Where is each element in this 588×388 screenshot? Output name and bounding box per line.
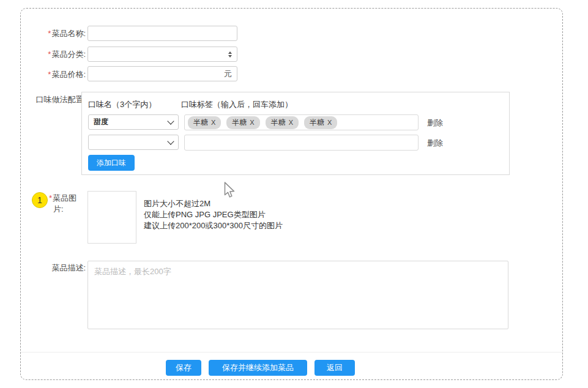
- flavor-config-panel: 口味名（3个字内） 口味标签（输入后，回车添加） 甜度 半糖 X 半糖 X 半糖…: [81, 92, 510, 175]
- flavor-tag[interactable]: 半糖 X: [226, 116, 259, 129]
- add-flavor-button[interactable]: 添加口味: [88, 155, 135, 171]
- required-marker: *: [48, 50, 51, 59]
- hint-line: 仅能上传PNG JPG JPEG类型图片: [144, 209, 283, 220]
- dish-category-label: *菜品分类:: [12, 50, 86, 59]
- back-button[interactable]: 返回: [314, 360, 355, 376]
- image-upload-box[interactable]: [87, 191, 136, 244]
- step-badge: 1: [32, 192, 48, 208]
- sort-arrows-icon: [228, 51, 232, 58]
- flavor-tag[interactable]: 半糖 X: [266, 116, 299, 129]
- dish-description-label: 菜品描述:: [12, 263, 86, 273]
- flavor-tags-input-2[interactable]: [184, 135, 419, 151]
- chevron-down-icon: [167, 138, 174, 144]
- required-marker: *: [49, 193, 52, 203]
- save-button[interactable]: 保存: [166, 360, 201, 376]
- tag-remove-icon[interactable]: X: [211, 119, 215, 126]
- flavor-name-header: 口味名（3个字内）: [88, 99, 156, 110]
- flavor-config-label: 口味做法配置:: [12, 95, 86, 105]
- flavor-tag[interactable]: 半糖 X: [304, 116, 337, 129]
- flavor-name-select-2[interactable]: [88, 135, 179, 150]
- flavor-name-select-1[interactable]: 甜度: [88, 114, 179, 130]
- delete-flavor-link-2[interactable]: 删除: [427, 138, 443, 149]
- footer-divider: [21, 352, 563, 353]
- tag-remove-icon[interactable]: X: [250, 119, 254, 126]
- required-marker: *: [48, 70, 51, 79]
- flavor-tags-input-1[interactable]: 半糖 X 半糖 X 半糖 X 半糖 X: [184, 114, 419, 130]
- hint-line: 建议上传200*200或300*300尺寸的图片: [144, 220, 283, 231]
- flavor-name-value-1: 甜度: [94, 117, 108, 127]
- dish-description-textarea[interactable]: [87, 261, 508, 329]
- hint-line: 图片大小不超过2M: [144, 198, 283, 209]
- dish-price-label: *菜品价格:: [12, 70, 86, 80]
- footer-actions: 保存 保存并继续添加菜品 返回: [166, 360, 355, 376]
- dish-price-input[interactable]: 元: [87, 66, 237, 81]
- tag-remove-icon[interactable]: X: [327, 119, 332, 126]
- dish-category-select[interactable]: [87, 47, 237, 62]
- chevron-down-icon: [167, 118, 174, 124]
- delete-flavor-link-1[interactable]: 删除: [427, 118, 443, 129]
- dish-name-input[interactable]: [87, 26, 237, 41]
- dish-image-label: *菜品图 片:: [49, 193, 89, 215]
- flavor-tag[interactable]: 半糖 X: [188, 116, 221, 129]
- image-upload-hints: 图片大小不超过2M 仅能上传PNG JPG JPEG类型图片 建议上传200*2…: [144, 198, 283, 231]
- required-marker: *: [48, 29, 51, 38]
- tag-remove-icon[interactable]: X: [289, 119, 293, 126]
- dish-name-label: *菜品名称:: [12, 29, 86, 39]
- price-unit-label: 元: [224, 69, 232, 80]
- save-and-continue-button[interactable]: 保存并继续添加菜品: [209, 360, 307, 376]
- flavor-tag-header: 口味标签（输入后，回车添加）: [181, 99, 292, 110]
